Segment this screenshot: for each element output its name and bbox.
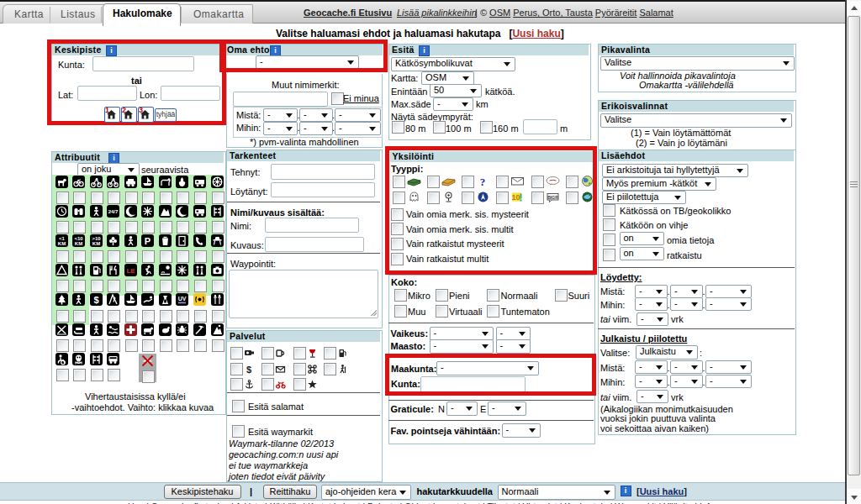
svg-text:KM: KM bbox=[75, 241, 82, 246]
svg-text:$: $ bbox=[246, 364, 251, 374]
svg-text:KM: KM bbox=[92, 241, 99, 246]
svg-text:LE: LE bbox=[126, 267, 135, 275]
svg-text:P: P bbox=[145, 235, 151, 245]
svg-text:24/7: 24/7 bbox=[108, 209, 119, 214]
svg-text:UV: UV bbox=[178, 296, 187, 302]
svg-text:KM: KM bbox=[57, 241, 65, 246]
svg-text:$: $ bbox=[93, 295, 98, 305]
